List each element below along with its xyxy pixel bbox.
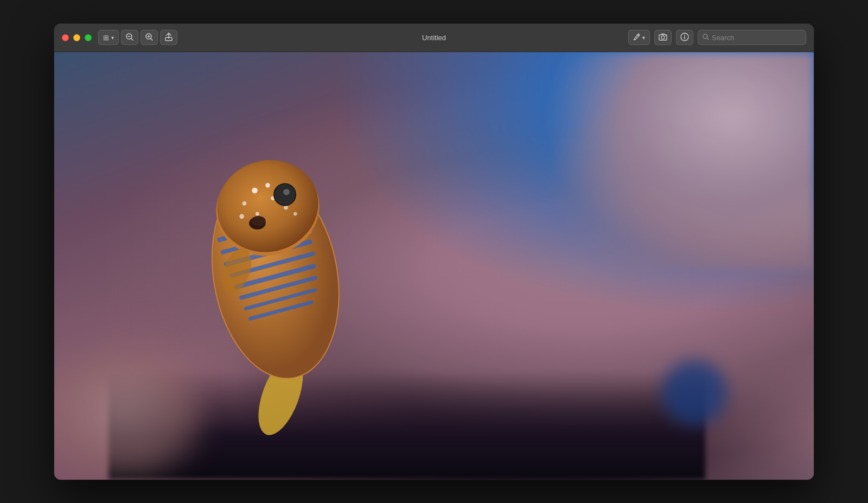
svg-point-48 bbox=[284, 206, 288, 210]
svg-point-12 bbox=[684, 34, 685, 35]
maximize-button[interactable] bbox=[85, 34, 92, 41]
zoom-in-icon bbox=[145, 33, 153, 42]
sidebar-toggle-button[interactable]: ⊞ ▾ bbox=[98, 30, 119, 45]
svg-point-46 bbox=[239, 214, 244, 219]
search-icon bbox=[703, 34, 709, 42]
blue-accent-background bbox=[662, 360, 727, 425]
minimize-button[interactable] bbox=[73, 34, 80, 41]
info-icon bbox=[680, 33, 689, 43]
app-window: ⊞ ▾ bbox=[54, 24, 814, 480]
svg-line-6 bbox=[151, 39, 152, 40]
svg-point-10 bbox=[665, 35, 666, 36]
zoom-in-button[interactable] bbox=[141, 30, 158, 45]
share-button[interactable] bbox=[160, 30, 177, 45]
pen-icon bbox=[633, 33, 640, 42]
svg-point-52 bbox=[283, 189, 289, 195]
content-area bbox=[54, 52, 814, 480]
svg-point-44 bbox=[242, 201, 247, 206]
search-bar[interactable] bbox=[698, 30, 806, 45]
traffic-lights bbox=[62, 34, 92, 41]
sidebar-icon: ⊞ bbox=[103, 34, 109, 42]
camera-button[interactable] bbox=[654, 30, 672, 45]
close-button[interactable] bbox=[62, 34, 69, 41]
svg-point-41 bbox=[265, 183, 270, 188]
svg-line-14 bbox=[707, 38, 709, 40]
svg-point-49 bbox=[293, 212, 297, 216]
svg-point-13 bbox=[703, 34, 707, 39]
pen-dropdown-icon: ▾ bbox=[642, 35, 645, 41]
svg-line-2 bbox=[131, 39, 133, 40]
svg-point-47 bbox=[256, 212, 259, 216]
pen-tool-button[interactable]: ▾ bbox=[628, 30, 650, 45]
zoom-out-icon bbox=[126, 33, 133, 42]
share-icon bbox=[165, 33, 173, 43]
coral-background-right bbox=[542, 52, 814, 269]
fish-image bbox=[115, 94, 457, 458]
search-input[interactable] bbox=[712, 34, 801, 42]
camera-icon bbox=[659, 33, 667, 42]
window-title: Untitled bbox=[422, 34, 446, 42]
svg-point-54 bbox=[251, 216, 266, 226]
info-button[interactable] bbox=[676, 30, 693, 45]
chevron-down-icon: ▾ bbox=[111, 35, 114, 41]
svg-point-40 bbox=[252, 188, 258, 194]
svg-point-9 bbox=[661, 36, 665, 39]
zoom-out-button[interactable] bbox=[121, 30, 138, 45]
titlebar: ⊞ ▾ bbox=[54, 24, 814, 52]
toolbar-right: ▾ bbox=[628, 30, 806, 45]
image-viewer bbox=[54, 52, 814, 480]
toolbar-left: ⊞ ▾ bbox=[98, 30, 177, 45]
